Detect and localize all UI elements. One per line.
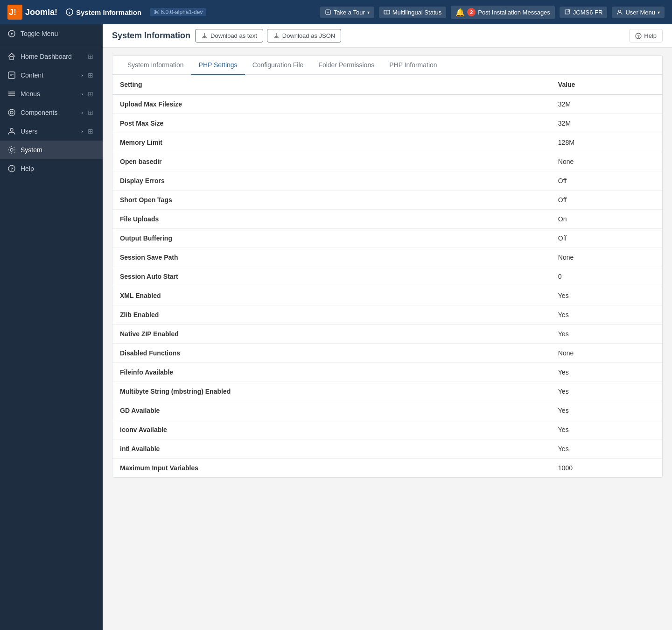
grid-icon-menus: ⊞ xyxy=(88,90,95,98)
info-icon: i xyxy=(66,8,73,16)
sidebar-item-users[interactable]: Users › ⊞ xyxy=(0,122,103,141)
grid-icon-home: ⊞ xyxy=(88,53,95,60)
sidebar-item-content[interactable]: Content › ⊞ xyxy=(0,66,103,85)
user-menu-button[interactable]: User Menu ▾ xyxy=(612,7,665,18)
menus-arrow-icon: › xyxy=(81,91,83,97)
content-card: System Information PHP Settings Configur… xyxy=(112,55,663,478)
content-arrow-icon: › xyxy=(81,72,83,78)
bell-icon: 🔔 xyxy=(455,8,465,17)
table-row: Fileinfo AvailableYes xyxy=(112,363,662,382)
setting-value: Off xyxy=(551,191,662,210)
menus-icon xyxy=(7,90,16,98)
setting-name: Memory Limit xyxy=(112,133,551,152)
page-title: System Information xyxy=(112,31,190,41)
download-text-button[interactable]: Download as text xyxy=(195,29,263,42)
col-value: Value xyxy=(551,75,662,94)
table-row: Upload Max Filesize32M xyxy=(112,94,662,114)
users-arrow-icon: › xyxy=(81,128,83,134)
setting-name: Output Buffering xyxy=(112,229,551,248)
help-label: Help xyxy=(21,165,95,172)
table-row: XML EnabledYes xyxy=(112,286,662,305)
setting-name: intl Available xyxy=(112,439,551,459)
table-row: File UploadsOn xyxy=(112,210,662,229)
toggle-icon xyxy=(7,29,16,38)
tab-folder-permissions[interactable]: Folder Permissions xyxy=(311,56,382,75)
setting-name: GD Available xyxy=(112,401,551,420)
sidebar-item-help[interactable]: ? Help xyxy=(0,159,103,178)
topbar: J! Joomla! i System Information ⌘ 6.0.0-… xyxy=(0,0,672,24)
tabs-container: System Information PHP Settings Configur… xyxy=(112,56,662,75)
setting-value: Yes xyxy=(551,363,662,382)
tour-chevron-icon: ▾ xyxy=(367,10,370,15)
content-icon xyxy=(7,71,16,79)
download-json-button[interactable]: Download as JSON xyxy=(267,29,341,42)
help-button[interactable]: ? Help xyxy=(629,29,663,42)
table-row: Display ErrorsOff xyxy=(112,171,662,191)
help-sidebar-icon: ? xyxy=(7,164,16,173)
user-chevron-icon: ▾ xyxy=(658,10,660,15)
setting-name: Session Save Path xyxy=(112,248,551,267)
multilingual-status-button[interactable]: Multilingual Status xyxy=(379,7,447,18)
jcms6-button[interactable]: JCMS6 FR xyxy=(560,7,608,18)
setting-value: Yes xyxy=(551,325,662,344)
setting-name: Upload Max Filesize xyxy=(112,94,551,114)
table-row: Session Save PathNone xyxy=(112,248,662,267)
table-row: GD AvailableYes xyxy=(112,401,662,420)
table-row: Disabled FunctionsNone xyxy=(112,344,662,363)
svg-rect-14 xyxy=(8,72,15,78)
svg-point-20 xyxy=(10,111,13,114)
setting-value: None xyxy=(551,344,662,363)
table-row: Output BufferingOff xyxy=(112,229,662,248)
table-row: intl AvailableYes xyxy=(112,439,662,459)
setting-name: Maximum Input Variables xyxy=(112,459,551,478)
sidebar-item-home-dashboard[interactable]: Home Dashboard ⊞ xyxy=(0,47,103,66)
users-icon xyxy=(7,127,16,135)
table-row: Open basedirNone xyxy=(112,152,662,171)
sidebar-divider-1 xyxy=(0,45,103,45)
download-text-icon xyxy=(201,33,208,39)
sidebar-item-menus[interactable]: Menus › ⊞ xyxy=(0,85,103,103)
toggle-label: Toggle Menu xyxy=(21,30,95,37)
tab-system-information[interactable]: System Information xyxy=(120,56,191,75)
setting-value: Yes xyxy=(551,401,662,420)
help-icon: ? xyxy=(635,33,642,39)
tab-php-information[interactable]: PHP Information xyxy=(382,56,444,75)
setting-value: None xyxy=(551,248,662,267)
sidebar-item-system[interactable]: System xyxy=(0,141,103,159)
logo: J! Joomla! xyxy=(7,5,57,20)
sidebar: Toggle Menu Home Dashboard ⊞ Content › ⊞ xyxy=(0,24,103,630)
setting-name: iconv Available xyxy=(112,420,551,439)
post-installation-button[interactable]: 🔔 2 Post Installation Messages xyxy=(451,6,555,19)
header-actions: Download as text Download as JSON xyxy=(195,29,341,42)
logo-text: Joomla! xyxy=(25,7,57,17)
users-label: Users xyxy=(21,127,77,135)
table-row: Native ZIP EnabledYes xyxy=(112,325,662,344)
setting-value: 32M xyxy=(551,94,662,114)
components-arrow-icon: › xyxy=(81,110,83,115)
home-dashboard-label: Home Dashboard xyxy=(21,53,83,60)
svg-point-22 xyxy=(10,128,13,131)
main-content: System Information Download as text Down… xyxy=(103,24,672,630)
external-icon xyxy=(564,9,571,15)
take-a-tour-button[interactable]: Take a Tour ▾ xyxy=(320,7,374,18)
sidebar-item-components[interactable]: Components › ⊞ xyxy=(0,103,103,122)
setting-value: Yes xyxy=(551,420,662,439)
setting-value: None xyxy=(551,152,662,171)
tab-configuration-file[interactable]: Configuration File xyxy=(245,56,311,75)
table-row: Maximum Input Variables1000 xyxy=(112,459,662,478)
setting-value: 0 xyxy=(551,267,662,286)
tab-php-settings[interactable]: PHP Settings xyxy=(191,56,245,75)
system-icon xyxy=(7,146,16,154)
sidebar-toggle-menu[interactable]: Toggle Menu xyxy=(0,24,103,43)
svg-text:J!: J! xyxy=(9,7,16,17)
content-label: Content xyxy=(21,71,77,79)
settings-table: Setting Value Upload Max Filesize32MPost… xyxy=(112,75,662,477)
svg-text:i: i xyxy=(69,10,70,15)
table-row: Zlib EnabledYes xyxy=(112,305,662,325)
grid-icon-users: ⊞ xyxy=(88,127,95,135)
setting-value: Yes xyxy=(551,382,662,401)
setting-value: Yes xyxy=(551,305,662,325)
home-icon xyxy=(7,52,16,61)
setting-name: Post Max Size xyxy=(112,114,551,133)
setting-name: Open basedir xyxy=(112,152,551,171)
